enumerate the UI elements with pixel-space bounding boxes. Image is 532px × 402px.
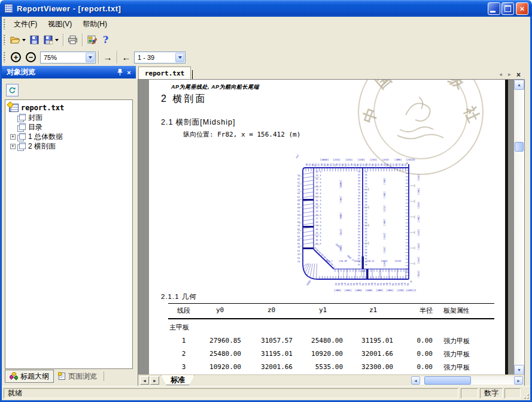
menu-item-2[interactable]: 帮助(H) xyxy=(77,17,113,31)
tree-item-0[interactable]: 封面 xyxy=(5,113,132,122)
svg-text:55: 55 xyxy=(297,221,300,223)
tab-outline[interactable]: 标题大纲 xyxy=(5,370,54,383)
menu-item-1[interactable]: 视图(V) xyxy=(42,17,77,31)
refresh-icon xyxy=(8,86,16,94)
page-combobox[interactable]: 1 - 39 xyxy=(134,52,186,64)
table-cell: 1 xyxy=(168,335,199,348)
svg-text:[384]: [384] xyxy=(386,289,394,292)
svg-text:83: 83 xyxy=(400,283,403,286)
horizontal-scroll-thumb[interactable] xyxy=(424,376,471,385)
vertical-scroll-thumb[interactable] xyxy=(515,142,524,152)
svg-text:5: 5 xyxy=(320,239,321,241)
svg-text:[364]: [364] xyxy=(417,215,420,222)
scroll-up-button[interactable]: ▲ xyxy=(514,80,524,90)
save-dropdown[interactable] xyxy=(55,39,59,41)
svg-text:5: 5 xyxy=(320,207,321,209)
tab-page-view[interactable]: 页面浏览 xyxy=(54,370,101,383)
page-gap xyxy=(508,80,514,375)
svg-text:[384]: [384] xyxy=(344,289,352,292)
svg-text:5: 5 xyxy=(320,192,321,195)
geometry-heading: 2.1.1 几何 xyxy=(161,292,197,301)
svg-text:55: 55 xyxy=(358,171,360,173)
tab-scroll-left-button[interactable]: ◄ xyxy=(496,70,505,79)
zoom-in-button[interactable]: + xyxy=(11,52,21,62)
tree-item-1[interactable]: 目录 xyxy=(5,122,132,132)
svg-text:37: 37 xyxy=(365,180,367,182)
pin-icon[interactable] xyxy=(115,68,124,77)
sheet-prev-button[interactable]: ◄ xyxy=(140,376,149,385)
sheet-tab-standard[interactable]: 标准 xyxy=(161,375,194,385)
svg-text:55: 55 xyxy=(358,255,360,257)
horizontal-scrollbar[interactable]: ◄ ► xyxy=(411,376,523,385)
table-header: y1 xyxy=(302,305,352,317)
svg-text:55: 55 xyxy=(365,219,367,221)
svg-text:(m): (m) xyxy=(295,154,300,159)
svg-text:73: 73 xyxy=(365,216,367,218)
table-rule-top xyxy=(168,303,494,304)
next-view-button[interactable]: → xyxy=(101,51,114,64)
panel-close-icon[interactable]: × xyxy=(124,68,133,77)
resize-grip[interactable] xyxy=(522,392,530,400)
svg-text:55: 55 xyxy=(358,249,360,251)
options-button[interactable] xyxy=(85,33,99,47)
tree-item-2[interactable]: +1 总体数据 xyxy=(5,132,132,141)
zoom-combo-arrow[interactable] xyxy=(86,53,95,62)
svg-text:[364]: [364] xyxy=(417,188,420,195)
help-button[interactable]: ? xyxy=(99,33,113,47)
table-header: z1 xyxy=(352,305,403,317)
tab-scroll-right-button[interactable]: ► xyxy=(505,70,514,79)
svg-text:5: 5 xyxy=(320,178,321,180)
table-cell: 32300.00 xyxy=(352,361,403,374)
toolbar-view: + − 75% → ← 1 - 39 xyxy=(2,49,530,66)
svg-text:55: 55 xyxy=(316,243,318,245)
scroll-left-button[interactable]: ◄ xyxy=(411,376,420,385)
menubar-gripper[interactable] xyxy=(4,19,6,29)
save-button[interactable] xyxy=(28,33,41,47)
open-button[interactable] xyxy=(8,33,22,47)
zoom-out-button[interactable]: − xyxy=(26,52,36,62)
svg-text:[343]: [343] xyxy=(383,232,386,240)
minimize-button[interactable] xyxy=(488,2,500,15)
save-all-button[interactable] xyxy=(41,33,55,47)
svg-text:1500: 1500 xyxy=(306,279,312,286)
table-cell: 31057.57 xyxy=(251,335,302,348)
document-tab[interactable]: report.txt xyxy=(138,67,191,79)
svg-text:55: 55 xyxy=(365,183,367,185)
sheet-next-button[interactable]: ► xyxy=(150,376,159,385)
vertical-scrollbar[interactable]: ▲ ▼ xyxy=(514,80,524,375)
open-dropdown[interactable] xyxy=(22,39,26,41)
toolbar1-gripper[interactable] xyxy=(4,35,6,45)
document-close-button[interactable]: × xyxy=(514,70,523,79)
close-button[interactable]: × xyxy=(516,2,528,15)
tree-item-3[interactable]: +2 横剖面 xyxy=(5,141,132,151)
svg-text:78: 78 xyxy=(316,225,318,227)
svg-text:36: 36 xyxy=(358,210,360,212)
svg-text:33: 33 xyxy=(297,210,300,213)
status-message: 就绪 xyxy=(4,388,458,398)
zoom-combobox[interactable]: 75% xyxy=(40,52,96,64)
page-range-value: 1 - 39 xyxy=(138,54,154,61)
expand-icon[interactable]: + xyxy=(10,134,16,140)
table-header: 线段 xyxy=(168,305,199,317)
svg-text:[380]: [380] xyxy=(376,289,384,292)
scroll-down-button[interactable]: ▼ xyxy=(514,365,524,375)
toolbar2-gripper[interactable] xyxy=(4,52,6,62)
toolbar-separator xyxy=(117,51,117,64)
svg-text:37: 37 xyxy=(297,217,300,220)
svg-text:33: 33 xyxy=(316,210,318,213)
tree-root[interactable]: report.txt xyxy=(5,103,132,113)
refresh-button[interactable] xyxy=(6,84,19,96)
scroll-right-button[interactable]: ► xyxy=(514,376,523,385)
maximize-button[interactable] xyxy=(501,2,514,15)
svg-text:33: 33 xyxy=(358,216,360,218)
page-view-icon xyxy=(58,372,66,380)
print-button[interactable] xyxy=(66,33,80,47)
page-combo-arrow[interactable] xyxy=(175,53,184,62)
table-cell: 0.00 xyxy=(403,335,442,348)
menu-item-0[interactable]: 文件(F) xyxy=(8,17,42,31)
svg-text:83: 83 xyxy=(365,198,367,200)
expand-icon[interactable]: + xyxy=(10,144,16,149)
prev-view-button[interactable]: ← xyxy=(120,51,133,64)
svg-text:[368]: [368] xyxy=(365,289,373,292)
svg-text:[343]: [343] xyxy=(417,256,420,264)
